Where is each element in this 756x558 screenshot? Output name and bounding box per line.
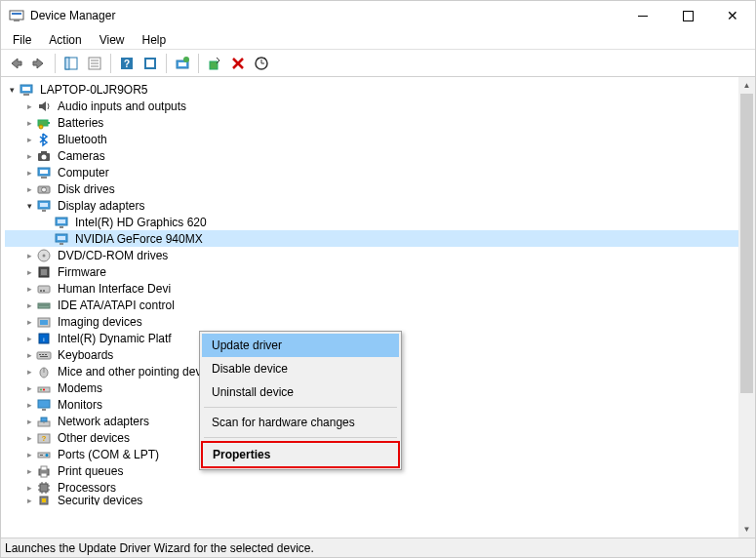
maximize-button[interactable] xyxy=(665,1,710,30)
network-icon xyxy=(36,414,52,429)
svg-rect-54 xyxy=(37,352,51,359)
node-label: Display adapters xyxy=(56,199,146,213)
category-node[interactable]: ▸Batteries xyxy=(5,114,738,131)
menu-help[interactable]: Help xyxy=(135,31,175,49)
menu-file[interactable]: File xyxy=(5,31,39,49)
context-menu-item[interactable]: Update driver xyxy=(202,334,399,357)
context-menu: Update driverDisable deviceUninstall dev… xyxy=(199,331,402,470)
svg-rect-19 xyxy=(22,87,30,91)
category-node[interactable]: ▸DVD/CD-ROM drives xyxy=(5,247,738,263)
expand-icon[interactable]: ▸ xyxy=(22,116,36,130)
svg-rect-20 xyxy=(23,94,29,96)
category-node[interactable]: ▸Cameras xyxy=(5,147,738,164)
expand-icon[interactable]: ▸ xyxy=(22,332,36,345)
toolbar-separator xyxy=(198,54,199,73)
toolbar-separator xyxy=(55,54,56,73)
device-node[interactable]: Intel(R) HD Graphics 620 xyxy=(5,214,738,230)
scroll-thumb[interactable] xyxy=(740,94,753,393)
scroll-up-button[interactable]: ▲ xyxy=(738,77,755,94)
expand-icon[interactable]: ▸ xyxy=(22,496,36,505)
expand-icon[interactable]: ▸ xyxy=(22,464,36,478)
menu-action[interactable]: Action xyxy=(41,31,89,49)
expand-icon[interactable]: ▸ xyxy=(22,431,36,445)
close-button[interactable]: ✕ xyxy=(710,1,755,30)
properties-button[interactable] xyxy=(84,53,105,74)
intel-icon: i xyxy=(36,331,52,346)
expand-icon[interactable]: ▸ xyxy=(22,348,36,362)
category-node[interactable]: ▾Display adapters xyxy=(5,197,738,214)
status-text: Launches the Update Driver Wizard for th… xyxy=(5,541,314,555)
forward-button[interactable] xyxy=(28,53,50,74)
back-button[interactable] xyxy=(5,53,26,74)
category-node[interactable]: ▸Computer xyxy=(5,164,738,180)
expand-icon[interactable]: ▸ xyxy=(22,398,36,412)
category-node[interactable]: ▸Disk drives xyxy=(5,180,738,197)
svg-point-62 xyxy=(40,388,42,390)
svg-point-46 xyxy=(40,290,42,292)
svg-rect-39 xyxy=(58,236,65,240)
menu-view[interactable]: View xyxy=(92,31,133,49)
device-node[interactable]: NVIDIA GeForce 940MX xyxy=(5,230,738,247)
show-hide-console-button[interactable] xyxy=(60,53,82,74)
expand-icon[interactable]: ▸ xyxy=(22,265,36,279)
svg-rect-4 xyxy=(65,58,69,69)
enable-device-button[interactable] xyxy=(204,53,225,74)
toolbar-separator xyxy=(110,54,111,73)
context-menu-item[interactable]: Uninstall device xyxy=(202,380,399,404)
expand-icon[interactable]: ▸ xyxy=(22,182,36,196)
node-label: Intel(R) HD Graphics 620 xyxy=(73,216,209,229)
battery-icon xyxy=(36,115,52,131)
category-node[interactable]: ▸Bluetooth xyxy=(5,131,738,147)
node-label: Modems xyxy=(56,381,104,395)
expand-icon[interactable]: ▸ xyxy=(22,282,36,296)
svg-rect-65 xyxy=(42,409,46,411)
action-button[interactable] xyxy=(139,53,161,74)
expand-icon[interactable]: ▸ xyxy=(22,315,36,329)
keyboard-icon xyxy=(36,347,52,363)
svg-rect-55 xyxy=(39,354,41,355)
svg-rect-2 xyxy=(14,20,20,21)
expand-icon[interactable]: ▸ xyxy=(22,299,36,312)
category-node[interactable]: ▸Imaging devices xyxy=(5,313,738,330)
expand-icon[interactable]: ▸ xyxy=(22,481,36,495)
svg-rect-75 xyxy=(41,466,47,470)
collapse-icon[interactable]: ▾ xyxy=(5,83,19,97)
expand-icon[interactable]: ▸ xyxy=(22,149,36,163)
category-node[interactable]: ▸Firmware xyxy=(5,263,738,280)
help-button[interactable]: ? xyxy=(116,53,138,74)
expand-icon[interactable]: ▸ xyxy=(22,381,36,395)
expand-icon[interactable]: ▸ xyxy=(22,415,36,428)
scroll-track[interactable] xyxy=(738,94,755,521)
collapse-icon[interactable]: ▾ xyxy=(22,199,36,213)
update-driver-button[interactable] xyxy=(172,53,193,74)
vertical-scrollbar[interactable]: ▲ ▼ xyxy=(738,77,755,538)
svg-rect-51 xyxy=(40,320,48,325)
minimize-button[interactable] xyxy=(620,1,665,30)
svg-rect-72 xyxy=(40,455,43,456)
expand-icon[interactable]: ▸ xyxy=(22,249,36,262)
imaging-icon xyxy=(36,314,52,330)
svg-rect-87 xyxy=(42,498,46,502)
monitor-icon xyxy=(36,397,52,413)
expand-icon[interactable]: ▸ xyxy=(22,100,36,113)
scroll-down-button[interactable]: ▼ xyxy=(738,521,755,538)
category-node[interactable]: ▸Human Interface Devi xyxy=(5,280,738,297)
category-node[interactable]: ▸Processors xyxy=(5,479,738,496)
category-node[interactable]: ▸Audio inputs and outputs xyxy=(5,98,738,114)
uninstall-device-button[interactable] xyxy=(227,53,249,74)
category-node[interactable]: ▸IDE ATA/ATAPI control xyxy=(5,297,738,313)
root-node[interactable]: ▾LAPTOP-0LJR9OR5 xyxy=(5,81,738,98)
camera-icon xyxy=(36,148,52,164)
node-label: Cameras xyxy=(56,149,107,163)
other-icon: ? xyxy=(36,430,52,446)
expand-icon[interactable]: ▸ xyxy=(22,448,36,461)
scan-hardware-button[interactable] xyxy=(251,53,272,74)
expand-icon[interactable]: ▸ xyxy=(22,365,36,379)
expand-icon[interactable]: ▸ xyxy=(22,166,36,179)
context-menu-item[interactable]: Properties xyxy=(203,443,398,466)
context-menu-item[interactable]: Scan for hardware changes xyxy=(202,411,399,434)
category-node[interactable]: ▸Security devices xyxy=(5,496,738,505)
expand-icon[interactable]: ▸ xyxy=(22,133,36,146)
svg-rect-40 xyxy=(60,243,63,245)
context-menu-item[interactable]: Disable device xyxy=(202,357,399,380)
